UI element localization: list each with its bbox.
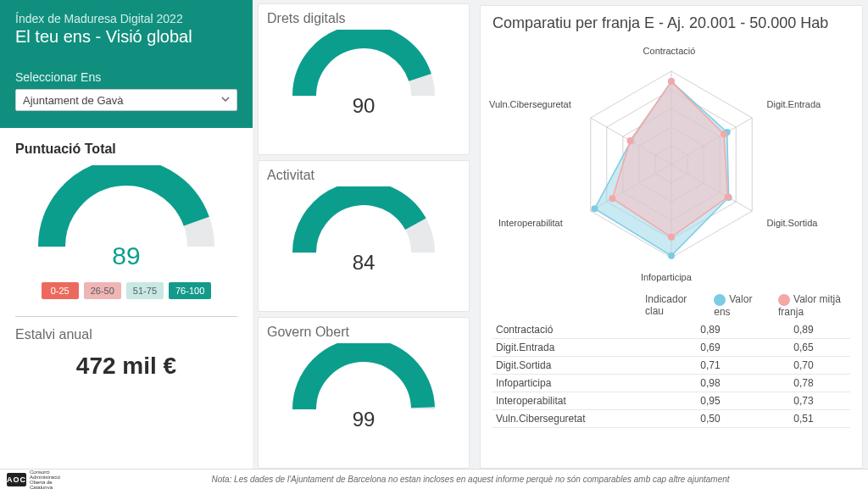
- cell-mitja: 0,70: [757, 356, 850, 374]
- cell-ens: 0,71: [664, 356, 757, 374]
- header-line2: El teu ens - Visió global: [15, 27, 237, 47]
- svg-point-17: [626, 137, 633, 144]
- card-title: Govern Obert: [267, 325, 460, 340]
- cell-mitja: 0,51: [757, 409, 850, 427]
- header-panel: Índex de Maduresa Digital 2022 El teu en…: [0, 0, 253, 128]
- card-title: Drets digitals: [267, 11, 460, 26]
- svg-point-15: [668, 234, 675, 241]
- cell-indicator: Contractació: [492, 321, 664, 339]
- workspace: Índex de Maduresa Digital 2022 El teu en…: [0, 0, 868, 469]
- legend-ens: Valor ens: [714, 293, 760, 318]
- svg-point-10: [592, 205, 598, 212]
- ens-selector[interactable]: [15, 89, 237, 111]
- logo-text: Consorci Administració Oberta de Catalun…: [30, 470, 71, 490]
- svg-point-14: [725, 194, 732, 201]
- svg-point-9: [668, 253, 675, 259]
- legend-76-100: 76-100: [169, 282, 211, 299]
- cell-mitja: 0,65: [757, 338, 850, 356]
- radar-axis-label: Interoperabilitat: [498, 218, 563, 228]
- score-title: Puntuació Total: [15, 142, 237, 157]
- radar-chart: ContractacióDigit.EntradaDigit.SortidaIn…: [492, 36, 850, 290]
- radar-table: Contractació0,890,89Digit.Entrada0,690,6…: [492, 321, 850, 428]
- radar-axis-label: Infoparticipa: [641, 272, 692, 282]
- legend-mitja: Valor mitjà franja: [778, 293, 850, 318]
- ens-selector-label: Seleccionar Ens: [15, 70, 237, 84]
- left-lower: Puntuació Total 89 0-25 26-50 51-75 76-1…: [0, 128, 253, 469]
- cell-indicator: Infoparticipa: [492, 374, 664, 392]
- radar-axis-label: Digit.Entrada: [767, 99, 821, 109]
- right-column: Comparatiu per franja E - Aj. 20.001 - 5…: [475, 0, 868, 469]
- cell-ens: 0,95: [664, 392, 757, 409]
- card-value: 90: [267, 94, 460, 118]
- table-row: Contractació0,890,89: [492, 321, 850, 339]
- card-govern-obert: Govern Obert 99: [258, 317, 470, 469]
- radar-title: Comparatiu per franja E - Aj. 20.001 - 5…: [492, 14, 850, 32]
- cell-ens: 0,50: [664, 409, 757, 427]
- footer-logo: AOC Consorci Administració Oberta de Cat…: [7, 473, 71, 486]
- cell-indicator: Interoperabilitat: [492, 392, 664, 409]
- legend-51-75: 51-75: [126, 282, 164, 299]
- legend-header: Indicador clau: [645, 293, 695, 317]
- middle-column: Drets digitals 90 Activitat 84 Govern Ob…: [253, 0, 475, 469]
- svg-point-13: [721, 131, 727, 137]
- cell-indicator: Vuln.Ciberseguretat: [492, 409, 664, 427]
- table-row: Digit.Entrada0,690,65: [492, 338, 850, 356]
- table-row: Infoparticipa0,980,78: [492, 374, 850, 392]
- savings-label: Estalvi anual: [15, 327, 237, 342]
- divider: [15, 316, 237, 317]
- radar-axis-label: Digit.Sortida: [767, 218, 818, 228]
- cell-indicator: Digit.Sortida: [492, 356, 664, 374]
- footer: AOC Consorci Administració Oberta de Cat…: [0, 469, 868, 489]
- cell-ens: 0,98: [664, 374, 757, 392]
- score-value: 89: [15, 242, 237, 270]
- app-root: Índex de Maduresa Digital 2022 El teu en…: [0, 0, 868, 489]
- cell-mitja: 0,89: [757, 321, 850, 339]
- table-row: Digit.Sortida0,710,70: [492, 356, 850, 374]
- left-column: Índex de Maduresa Digital 2022 El teu en…: [0, 0, 253, 469]
- legend-26-50: 26-50: [84, 282, 121, 299]
- logo-mark: AOC: [7, 473, 26, 486]
- cell-mitja: 0,73: [757, 392, 850, 409]
- radar-axis-label: Contractació: [643, 46, 696, 56]
- ens-selector-value[interactable]: [15, 89, 237, 111]
- radar-card: Comparatiu per franja E - Aj. 20.001 - 5…: [480, 5, 863, 469]
- cell-ens: 0,89: [664, 321, 757, 339]
- table-row: Vuln.Ciberseguretat0,500,51: [492, 409, 850, 427]
- radar-axis-label: Vuln.Ciberseguretat: [489, 99, 571, 109]
- savings-value: 472 mil €: [15, 353, 237, 380]
- card-value: 99: [267, 408, 460, 431]
- cell-mitja: 0,78: [757, 374, 850, 392]
- svg-point-16: [609, 195, 615, 202]
- cell-indicator: Digit.Entrada: [492, 338, 664, 356]
- svg-point-12: [668, 78, 675, 85]
- radar-legend: Indicador clau Valor ens Valor mitjà fra…: [645, 293, 850, 318]
- footer-note: Nota: Les dades de l'Ajuntament de Barce…: [80, 475, 861, 484]
- cell-ens: 0,69: [664, 338, 757, 356]
- card-title: Activitat: [267, 168, 460, 183]
- legend-0-25: 0-25: [42, 282, 79, 299]
- card-drets-digitals: Drets digitals 90: [258, 3, 470, 155]
- header-line1: Índex de Maduresa Digital 2022: [15, 12, 237, 25]
- score-legend: 0-25 26-50 51-75 76-100: [15, 282, 237, 299]
- card-value: 84: [267, 251, 460, 275]
- card-activitat: Activitat 84: [258, 160, 470, 312]
- table-row: Interoperabilitat0,950,73: [492, 392, 850, 409]
